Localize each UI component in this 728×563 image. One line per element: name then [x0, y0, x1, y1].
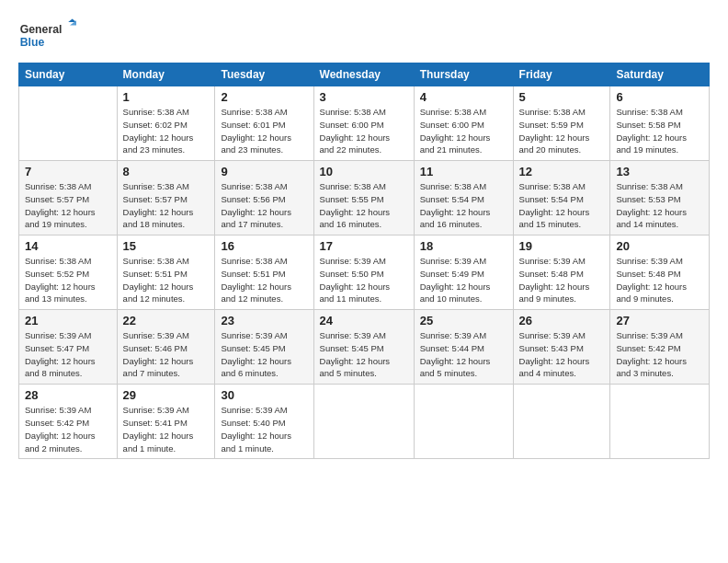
day-number: 22	[123, 314, 210, 327]
day-number: 6	[616, 90, 703, 104]
calendar-cell: 28Sunrise: 5:39 AM Sunset: 5:42 PM Dayli…	[19, 385, 118, 459]
day-number: 11	[420, 165, 507, 178]
day-info: Sunrise: 5:39 AM Sunset: 5:44 PM Dayligh…	[420, 329, 507, 380]
week-row-4: 28Sunrise: 5:39 AM Sunset: 5:42 PM Dayli…	[19, 385, 710, 459]
calendar-cell: 30Sunrise: 5:39 AM Sunset: 5:40 PM Dayli…	[215, 385, 313, 459]
day-number: 17	[320, 239, 408, 253]
day-info: Sunrise: 5:39 AM Sunset: 5:50 PM Dayligh…	[320, 255, 408, 305]
day-info: Sunrise: 5:38 AM Sunset: 5:57 PM Dayligh…	[25, 180, 111, 231]
day-number: 9	[221, 165, 307, 178]
day-number: 8	[123, 165, 210, 178]
day-number: 21	[25, 314, 111, 327]
day-number: 12	[519, 165, 605, 178]
calendar-cell: 29Sunrise: 5:39 AM Sunset: 5:41 PM Dayli…	[117, 385, 215, 459]
day-info: Sunrise: 5:39 AM Sunset: 5:49 PM Dayligh…	[420, 255, 507, 305]
calendar-cell: 23Sunrise: 5:39 AM Sunset: 5:45 PM Dayli…	[215, 310, 313, 385]
day-number: 25	[420, 314, 507, 327]
calendar-cell: 2Sunrise: 5:38 AM Sunset: 6:01 PM Daylig…	[215, 86, 313, 161]
day-info: Sunrise: 5:39 AM Sunset: 5:41 PM Dayligh…	[123, 404, 210, 454]
day-info: Sunrise: 5:39 AM Sunset: 5:48 PM Dayligh…	[616, 255, 703, 305]
day-info: Sunrise: 5:39 AM Sunset: 5:43 PM Dayligh…	[519, 329, 605, 380]
day-info: Sunrise: 5:38 AM Sunset: 6:00 PM Dayligh…	[320, 106, 408, 156]
day-info: Sunrise: 5:39 AM Sunset: 5:45 PM Dayligh…	[320, 329, 408, 380]
day-info: Sunrise: 5:38 AM Sunset: 5:51 PM Dayligh…	[221, 255, 307, 305]
day-info: Sunrise: 5:39 AM Sunset: 5:47 PM Dayligh…	[25, 329, 111, 380]
day-info: Sunrise: 5:38 AM Sunset: 5:56 PM Dayligh…	[221, 180, 307, 231]
day-info: Sunrise: 5:38 AM Sunset: 5:55 PM Dayligh…	[320, 180, 408, 231]
calendar-cell: 4Sunrise: 5:38 AM Sunset: 6:00 PM Daylig…	[414, 86, 513, 161]
calendar-cell: 18Sunrise: 5:39 AM Sunset: 5:49 PM Dayli…	[414, 236, 513, 310]
calendar-cell: 9Sunrise: 5:38 AM Sunset: 5:56 PM Daylig…	[215, 161, 313, 236]
day-number: 18	[420, 239, 507, 253]
week-row-0: 1Sunrise: 5:38 AM Sunset: 6:02 PM Daylig…	[19, 86, 710, 161]
day-number: 4	[420, 90, 507, 104]
calendar-cell	[414, 385, 513, 459]
day-info: Sunrise: 5:39 AM Sunset: 5:48 PM Dayligh…	[519, 255, 605, 305]
day-number: 1	[123, 90, 210, 104]
week-row-3: 21Sunrise: 5:39 AM Sunset: 5:47 PM Dayli…	[19, 310, 710, 385]
weekday-header-row: SundayMondayTuesdayWednesdayThursdayFrid…	[19, 63, 710, 86]
calendar-cell: 10Sunrise: 5:38 AM Sunset: 5:55 PM Dayli…	[313, 161, 414, 236]
calendar-cell	[313, 385, 414, 459]
calendar-cell: 1Sunrise: 5:38 AM Sunset: 6:02 PM Daylig…	[117, 86, 215, 161]
day-number: 14	[25, 239, 111, 253]
day-number: 28	[25, 388, 111, 402]
calendar-cell: 16Sunrise: 5:38 AM Sunset: 5:51 PM Dayli…	[215, 236, 313, 310]
day-info: Sunrise: 5:38 AM Sunset: 6:02 PM Dayligh…	[123, 106, 210, 156]
calendar-cell: 13Sunrise: 5:38 AM Sunset: 5:53 PM Dayli…	[610, 161, 710, 236]
day-number: 19	[519, 239, 605, 253]
day-info: Sunrise: 5:38 AM Sunset: 5:51 PM Dayligh…	[123, 255, 210, 305]
calendar-cell: 11Sunrise: 5:38 AM Sunset: 5:54 PM Dayli…	[414, 161, 513, 236]
calendar-cell: 14Sunrise: 5:38 AM Sunset: 5:52 PM Dayli…	[19, 236, 118, 310]
logo: General Blue	[18, 17, 83, 53]
day-number: 2	[221, 90, 307, 104]
calendar-cell: 25Sunrise: 5:39 AM Sunset: 5:44 PM Dayli…	[414, 310, 513, 385]
calendar-cell: 12Sunrise: 5:38 AM Sunset: 5:54 PM Dayli…	[513, 161, 610, 236]
day-info: Sunrise: 5:38 AM Sunset: 5:54 PM Dayligh…	[519, 180, 605, 231]
svg-text:General: General	[20, 23, 63, 36]
day-info: Sunrise: 5:38 AM Sunset: 6:01 PM Dayligh…	[221, 106, 307, 156]
calendar-cell: 7Sunrise: 5:38 AM Sunset: 5:57 PM Daylig…	[19, 161, 118, 236]
day-number: 10	[320, 165, 408, 178]
calendar-cell: 26Sunrise: 5:39 AM Sunset: 5:43 PM Dayli…	[513, 310, 610, 385]
page: General Blue SundayMondayTuesdayWednesda…	[0, 0, 728, 563]
day-number: 27	[616, 314, 703, 327]
day-info: Sunrise: 5:38 AM Sunset: 5:59 PM Dayligh…	[519, 106, 605, 156]
day-info: Sunrise: 5:38 AM Sunset: 5:52 PM Dayligh…	[25, 255, 111, 305]
weekday-header-friday: Friday	[513, 63, 610, 86]
calendar-cell: 21Sunrise: 5:39 AM Sunset: 5:47 PM Dayli…	[19, 310, 118, 385]
day-number: 3	[320, 90, 408, 104]
day-info: Sunrise: 5:39 AM Sunset: 5:46 PM Dayligh…	[123, 329, 210, 380]
calendar-cell: 15Sunrise: 5:38 AM Sunset: 5:51 PM Dayli…	[117, 236, 215, 310]
header: General Blue	[18, 17, 710, 53]
day-number: 13	[616, 165, 703, 178]
day-number: 29	[123, 388, 210, 402]
calendar-cell: 20Sunrise: 5:39 AM Sunset: 5:48 PM Dayli…	[610, 236, 710, 310]
calendar-table: SundayMondayTuesdayWednesdayThursdayFrid…	[18, 63, 710, 459]
day-info: Sunrise: 5:39 AM Sunset: 5:40 PM Dayligh…	[221, 404, 307, 454]
week-row-2: 14Sunrise: 5:38 AM Sunset: 5:52 PM Dayli…	[19, 236, 710, 310]
calendar-cell: 27Sunrise: 5:39 AM Sunset: 5:42 PM Dayli…	[610, 310, 710, 385]
day-number: 26	[519, 314, 605, 327]
calendar-cell: 6Sunrise: 5:38 AM Sunset: 5:58 PM Daylig…	[610, 86, 710, 161]
calendar-cell: 19Sunrise: 5:39 AM Sunset: 5:48 PM Dayli…	[513, 236, 610, 310]
day-info: Sunrise: 5:39 AM Sunset: 5:42 PM Dayligh…	[616, 329, 703, 380]
calendar-cell: 5Sunrise: 5:38 AM Sunset: 5:59 PM Daylig…	[513, 86, 610, 161]
day-number: 23	[221, 314, 307, 327]
week-row-1: 7Sunrise: 5:38 AM Sunset: 5:57 PM Daylig…	[19, 161, 710, 236]
day-info: Sunrise: 5:38 AM Sunset: 5:57 PM Dayligh…	[123, 180, 210, 231]
logo-svg: General Blue	[18, 17, 83, 53]
day-number: 5	[519, 90, 605, 104]
day-number: 30	[221, 388, 307, 402]
calendar-cell	[19, 86, 118, 161]
day-info: Sunrise: 5:39 AM Sunset: 5:42 PM Dayligh…	[25, 404, 111, 454]
day-number: 16	[221, 239, 307, 253]
day-number: 7	[25, 165, 111, 178]
calendar-cell	[610, 385, 710, 459]
calendar-cell: 24Sunrise: 5:39 AM Sunset: 5:45 PM Dayli…	[313, 310, 414, 385]
day-number: 24	[320, 314, 408, 327]
day-info: Sunrise: 5:38 AM Sunset: 5:53 PM Dayligh…	[616, 180, 703, 231]
weekday-header-thursday: Thursday	[414, 63, 513, 86]
calendar-cell	[513, 385, 610, 459]
day-number: 15	[123, 239, 210, 253]
